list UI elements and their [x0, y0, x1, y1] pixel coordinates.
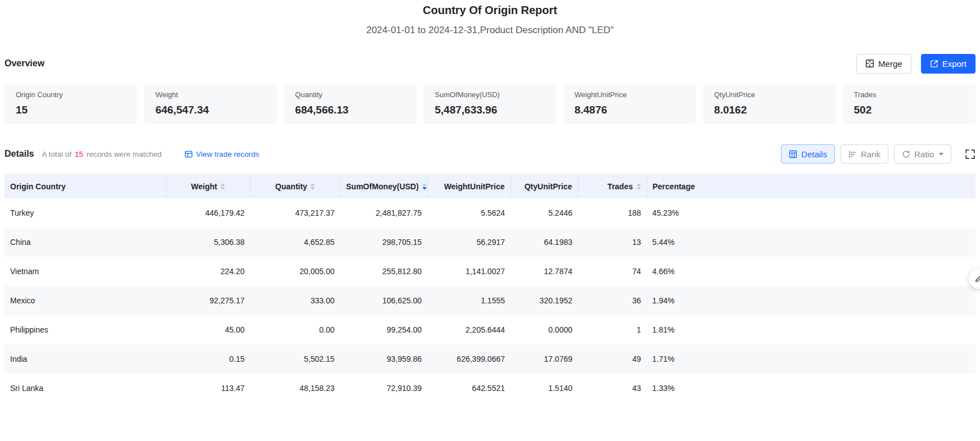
row-value-trades: 49	[578, 344, 647, 374]
row-value-sumofmoney-usd: 2,481,827.75	[340, 198, 427, 228]
table-row-philippines: Philippines45.000.0099,254.002,205.64440…	[4, 315, 976, 344]
row-value-percentage: 1.71%	[647, 344, 976, 374]
row-value-weightunitprice: 2,205.6444	[427, 315, 511, 344]
table-icon	[184, 150, 193, 158]
row-origin-country: Philippines	[4, 315, 166, 344]
row-value-qtyunitprice: 17.0769	[511, 344, 578, 374]
overview-card-weightunitprice: WeightUnitPrice8.4876	[563, 84, 696, 124]
row-origin-country: China	[4, 228, 166, 257]
row-origin-country: Turkey	[4, 198, 166, 228]
row-value-sumofmoney-usd: 298,705.15	[340, 228, 427, 257]
view-trade-records-link[interactable]: View trade records	[184, 150, 259, 158]
card-label: QtyUnitPrice	[714, 90, 824, 100]
row-value-percentage: 4.66%	[647, 257, 976, 286]
tab-details[interactable]: Details	[781, 144, 835, 163]
card-value: 646,547.34	[155, 103, 265, 117]
overview-actions: Merge Export	[856, 54, 976, 74]
row-value-weight: 5,306.38	[166, 228, 250, 257]
ratio-cycle-icon	[902, 150, 910, 158]
row-value-weightunitprice: 642.5521	[427, 374, 511, 403]
overview-card-quantity: Quantity684,566.13	[284, 84, 417, 124]
row-value-percentage: 5.44%	[647, 228, 976, 257]
row-value-sumofmoney-usd: 72,910.39	[340, 374, 427, 403]
row-value-trades: 36	[578, 286, 647, 315]
tab-details-label: Details	[801, 149, 827, 159]
row-value-percentage: 1.94%	[647, 286, 976, 315]
row-value-trades: 1	[578, 315, 647, 344]
overview-card-origin-country: Origin Country15	[4, 84, 137, 124]
row-value-sumofmoney-usd: 93,959.86	[340, 344, 427, 374]
tab-ratio-label: Ratio	[914, 149, 934, 159]
row-origin-country: Sri Lanka	[4, 374, 166, 403]
row-value-sumofmoney-usd: 106,625.00	[340, 286, 427, 315]
fullscreen-icon[interactable]	[965, 149, 976, 160]
row-value-trades: 188	[578, 198, 647, 228]
overview-card-trades: Trades502	[843, 84, 976, 124]
row-value-weight: 113.47	[166, 374, 250, 403]
sort-caret-icons	[422, 183, 427, 190]
details-heading: Details	[4, 149, 34, 159]
details-table-wrap: Origin CountryWeightQuantitySumOfMoney(U…	[4, 174, 976, 403]
row-value-qtyunitprice: 320.1952	[511, 286, 578, 315]
column-header-quantity[interactable]: Quantity	[250, 174, 340, 198]
rank-bars-icon	[848, 150, 857, 158]
row-value-percentage: 1.81%	[647, 315, 976, 344]
row-value-trades: 43	[578, 374, 647, 403]
column-label: WeightUnitPrice	[444, 182, 505, 191]
row-value-sumofmoney-usd: 255,812.80	[340, 257, 427, 286]
column-label: Weight	[191, 182, 217, 191]
column-label: Origin Country	[10, 182, 66, 191]
tab-rank[interactable]: Rank	[841, 144, 888, 163]
card-value: 5,487,633.96	[435, 103, 545, 117]
export-button[interactable]: Export	[921, 54, 976, 74]
column-label: Percentage	[653, 182, 695, 191]
overview-card-weight: Weight646,547.34	[144, 84, 277, 124]
column-header-qtyunitprice: QtyUnitPrice	[511, 174, 578, 198]
edit-icon	[974, 274, 980, 283]
export-icon	[930, 60, 938, 68]
row-value-quantity: 333.00	[250, 286, 340, 315]
sort-caret-icons	[310, 183, 315, 190]
column-header-sumofmoney-usd[interactable]: SumOfMoney(USD)	[340, 174, 427, 198]
row-origin-country: Mexico	[4, 286, 166, 315]
row-value-weightunitprice: 626,399.0667	[427, 344, 511, 374]
table-header-row: Origin CountryWeightQuantitySumOfMoney(U…	[4, 174, 976, 198]
overview-cards: Origin Country15Weight646,547.34Quantity…	[4, 84, 976, 124]
card-label: WeightUnitPrice	[575, 90, 685, 100]
card-label: Quantity	[295, 90, 405, 100]
merge-icon	[865, 59, 874, 68]
export-button-label: Export	[942, 59, 967, 69]
column-header-trades[interactable]: Trades	[578, 174, 647, 198]
row-value-percentage: 1.33%	[647, 374, 976, 403]
row-value-quantity: 48,158.23	[250, 374, 340, 403]
country-of-origin-report-page: Country Of Origin Report 2024-01-01 to 2…	[0, 0, 980, 441]
details-bar: Details A total of 15 records were match…	[4, 144, 976, 164]
row-value-weight: 0.15	[166, 344, 250, 374]
column-label: Quantity	[276, 182, 308, 191]
card-label: Trades	[854, 90, 964, 100]
page-title: Country Of Origin Report	[0, 3, 980, 17]
overview-bar: Overview Merge	[4, 53, 976, 74]
sort-caret-icons	[636, 183, 641, 190]
report-header: Country Of Origin Report 2024-01-01 to 2…	[0, 0, 980, 37]
column-header-weight[interactable]: Weight	[166, 174, 250, 198]
table-row-china: China5,306.384,652.85298,705.1556.291764…	[4, 228, 976, 257]
column-label: QtyUnitPrice	[525, 182, 572, 191]
merge-button[interactable]: Merge	[856, 54, 911, 74]
row-value-qtyunitprice: 5.2446	[511, 198, 578, 228]
table-row-india: India0.155,502.1593,959.86626,399.066717…	[4, 344, 976, 374]
overview-card-sumofmoney-usd: SumOfMoney(USD)5,487,633.96	[423, 84, 556, 124]
table-row-sri-lanka: Sri Lanka113.4748,158.2372,910.39642.552…	[4, 374, 976, 403]
tab-ratio[interactable]: Ratio	[894, 144, 951, 163]
details-table: Origin CountryWeightQuantitySumOfMoney(U…	[4, 174, 976, 403]
row-value-weightunitprice: 5.5624	[427, 198, 511, 228]
table-grid-icon	[789, 150, 797, 158]
matched-count: 15	[74, 150, 84, 158]
row-value-quantity: 473,217.37	[250, 198, 340, 228]
table-body: Turkey446,179.42473,217.372,481,827.755.…	[4, 198, 976, 403]
row-value-weight: 45.00	[166, 315, 250, 344]
row-value-weight: 446,179.42	[166, 198, 250, 228]
card-label: SumOfMoney(USD)	[435, 90, 545, 100]
column-header-origin-country: Origin Country	[4, 174, 166, 198]
row-value-quantity: 0.00	[250, 315, 340, 344]
